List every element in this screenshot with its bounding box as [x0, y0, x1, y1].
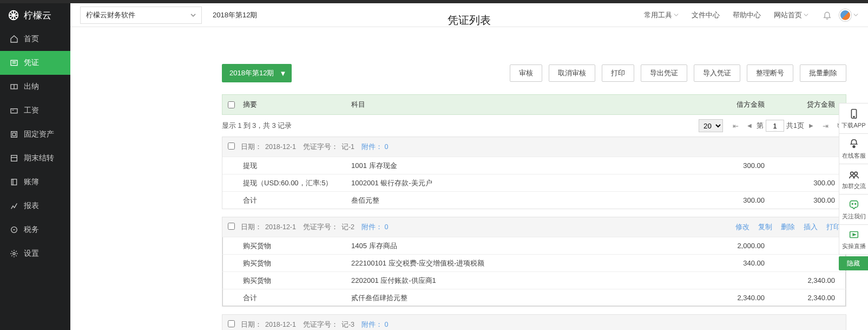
- voucher-header: 日期：2018-12-1 凭证字号：记-1 附件： 0: [222, 137, 846, 157]
- page-input[interactable]: [766, 120, 784, 132]
- nav-label: 出纳: [24, 82, 39, 92]
- nav-label: 首页: [24, 34, 39, 44]
- audit-button[interactable]: 审核: [510, 64, 542, 82]
- voucher-meta: 日期：2018-12-1 凭证字号：记-2 附件： 0: [241, 223, 391, 232]
- nav-tax[interactable]: 税务: [0, 218, 70, 242]
- row-subject: 叁佰元整: [351, 196, 689, 205]
- page-size-select[interactable]: 20: [699, 119, 723, 132]
- row-debit: 2,000.00: [689, 242, 765, 250]
- period-dropdown-label: 2018年第12期: [229, 68, 274, 78]
- float-item-1[interactable]: 在线客服: [839, 133, 868, 164]
- voucher-attachment[interactable]: 附件： 0: [361, 143, 388, 151]
- pager: 显示 1 到 3，共 3 记录 20 ⇤ ◄ 第 共1页 ► ⇥ ↻: [222, 115, 846, 137]
- svg-point-14: [854, 203, 856, 204]
- nav-home[interactable]: 首页: [0, 27, 70, 51]
- unaudit-button[interactable]: 取消审核: [549, 64, 595, 82]
- import-button[interactable]: 导入凭证: [694, 64, 740, 82]
- nav-settings[interactable]: 设置: [0, 242, 70, 266]
- float-item-0[interactable]: 下载APP: [839, 103, 868, 133]
- float-item-3[interactable]: 关注我们: [839, 194, 868, 224]
- nav-salary[interactable]: 工资: [0, 99, 70, 122]
- row-subject: 贰仟叁佰肆拾元整: [351, 293, 689, 303]
- col-credit: 贷方金额: [765, 100, 840, 109]
- voucher-attachment[interactable]: 附件： 0: [361, 223, 388, 231]
- col-debit: 借方金额: [689, 100, 765, 109]
- company-select[interactable]: 柠檬云财务软件: [80, 7, 202, 24]
- batch-delete-button[interactable]: 批量删除: [800, 64, 846, 82]
- select-all-checkbox[interactable]: [228, 101, 235, 108]
- first-page-button[interactable]: ⇤: [729, 120, 741, 132]
- header-files[interactable]: 文件中心: [692, 10, 720, 20]
- float-label: 在线客服: [842, 152, 866, 160]
- voucher-checkbox[interactable]: [228, 143, 235, 150]
- nav-label: 设置: [24, 249, 39, 258]
- print-button[interactable]: 打印: [602, 64, 634, 82]
- voucher-insert[interactable]: 插入: [804, 223, 818, 232]
- user-menu[interactable]: [839, 9, 858, 21]
- voucher-attachment[interactable]: 附件： 0: [361, 321, 388, 328]
- voucher-checkbox[interactable]: [228, 320, 235, 327]
- nav-closing[interactable]: 期末结转: [0, 146, 70, 170]
- assets-icon: [10, 130, 18, 139]
- bell-icon[interactable]: [823, 10, 832, 20]
- float-icon: [848, 108, 860, 120]
- float-label: 实操直播: [842, 242, 866, 250]
- nav-assets[interactable]: 固定资产: [0, 122, 70, 146]
- brand-logo[interactable]: 柠檬云: [0, 3, 70, 27]
- export-button[interactable]: 导出凭证: [641, 64, 687, 82]
- voucher-row: 合计贰仟叁佰肆拾元整2,340.002,340.00: [222, 289, 846, 306]
- float-icon: [848, 138, 860, 150]
- voucher-block: 日期：2018-12-1 凭证字号：记-3 附件： 0收货款（USD:1,000…: [222, 314, 846, 330]
- voucher-block: 日期：2018-12-1 凭证字号：记-1 附件： 0提现1001 库存现金30…: [222, 137, 846, 209]
- voucher-copy[interactable]: 复制: [758, 223, 772, 232]
- float-item-2[interactable]: 加群交流: [839, 164, 868, 194]
- company-name: 柠檬云财务软件: [86, 10, 135, 20]
- header-site[interactable]: 网站首页: [774, 10, 808, 20]
- row-summary: 合计: [241, 196, 351, 205]
- svg-point-13: [852, 203, 853, 204]
- voucher-row: 购买货物1405 库存商品2,000.00: [222, 237, 846, 254]
- row-subject: 1001 库存现金: [351, 161, 689, 171]
- svg-point-10: [853, 145, 855, 147]
- nav-cashier[interactable]: 出纳: [0, 75, 70, 99]
- nav-report[interactable]: 报表: [0, 194, 70, 218]
- nav-voucher[interactable]: 凭证: [0, 51, 70, 75]
- row-subject: 1002001 银行存款-美元户: [351, 178, 689, 188]
- main-area: 柠檬云财务软件 2018年第12期 常用工具 文件中心 帮助中心 网站首页 凭证…: [70, 0, 868, 330]
- header-help[interactable]: 帮助中心: [733, 10, 761, 20]
- chevron-down-icon: [804, 12, 808, 17]
- last-page-button[interactable]: ⇥: [819, 120, 831, 132]
- row-debit: 2,340.00: [689, 294, 765, 302]
- renumber-button[interactable]: 整理断号: [747, 64, 793, 82]
- header-tools[interactable]: 常用工具: [644, 10, 679, 20]
- row-summary: 提现（USD:60.00，汇率:5）: [241, 178, 351, 188]
- row-credit: 300.00: [765, 179, 840, 187]
- period-label: 2018年第12期: [213, 10, 257, 20]
- row-credit: 300.00: [765, 196, 840, 204]
- float-icon: [848, 169, 860, 180]
- float-hide-button[interactable]: 隐藏: [839, 256, 868, 270]
- header-files-label: 文件中心: [692, 10, 720, 20]
- voucher-header: 日期：2018-12-1 凭证字号：记-2 附件： 0修改复制删除插入打印: [222, 217, 846, 237]
- svg-rect-5: [11, 156, 17, 161]
- nav-ledger[interactable]: 账簿: [0, 170, 70, 194]
- float-item-4[interactable]: 实操直播: [839, 224, 868, 255]
- row-summary: 购买货物: [241, 241, 351, 251]
- float-icon: [848, 199, 860, 211]
- toolbar: 2018年第12期 ▼ 审核 取消审核 打印 导出凭证 导入凭证 整理断号 批量…: [222, 64, 846, 82]
- prev-page-button[interactable]: ◄: [744, 120, 755, 132]
- row-debit: 340.00: [689, 259, 765, 267]
- report-icon: [10, 202, 18, 210]
- voucher-header: 日期：2018-12-1 凭证字号：记-3 附件： 0: [222, 315, 846, 330]
- svg-point-7: [13, 253, 15, 255]
- float-panel: 下载APP在线客服加群交流关注我们实操直播 隐藏: [839, 103, 868, 270]
- header-tools-label: 常用工具: [644, 10, 672, 20]
- next-page-button[interactable]: ►: [805, 120, 817, 132]
- period-dropdown[interactable]: 2018年第12期 ▼: [222, 64, 292, 82]
- voucher-meta: 日期：2018-12-1 凭证字号：记-1 附件： 0: [241, 143, 391, 152]
- voucher-checkbox[interactable]: [228, 223, 235, 230]
- voucher-delete[interactable]: 删除: [781, 223, 795, 232]
- voucher-edit[interactable]: 修改: [735, 223, 749, 232]
- nav-label: 固定资产: [24, 130, 54, 139]
- nav-label: 税务: [24, 225, 39, 235]
